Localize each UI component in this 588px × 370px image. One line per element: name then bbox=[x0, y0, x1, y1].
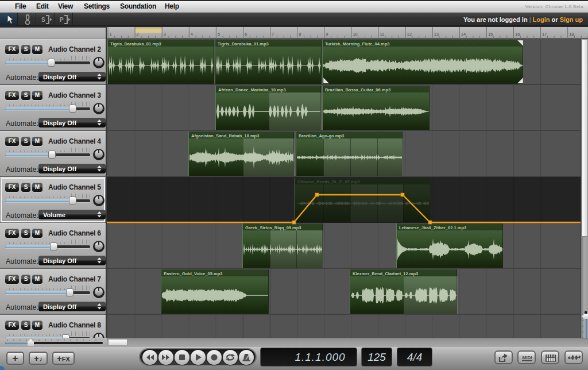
svg-text:17: 17 bbox=[542, 32, 547, 37]
svg-text:13: 13 bbox=[434, 32, 439, 37]
svg-text:1: 1 bbox=[110, 32, 112, 37]
svg-text:8: 8 bbox=[299, 32, 301, 37]
svg-text:15: 15 bbox=[488, 32, 493, 37]
svg-text:11: 11 bbox=[380, 32, 385, 37]
svg-text:5: 5 bbox=[218, 32, 220, 37]
svg-text:MIDI: MIDI bbox=[523, 355, 532, 360]
svg-text:7: 7 bbox=[272, 32, 274, 37]
svg-text:14: 14 bbox=[461, 32, 466, 37]
svg-text:12: 12 bbox=[407, 32, 412, 37]
svg-text:6: 6 bbox=[245, 32, 247, 37]
svg-text:3: 3 bbox=[164, 32, 166, 37]
svg-text:16: 16 bbox=[515, 32, 520, 37]
svg-text:18: 18 bbox=[569, 32, 574, 37]
svg-text:9: 9 bbox=[326, 32, 328, 37]
svg-text:P: P bbox=[60, 17, 64, 23]
svg-text:2: 2 bbox=[137, 32, 139, 37]
svg-text:4: 4 bbox=[191, 32, 193, 37]
svg-text:10: 10 bbox=[353, 32, 357, 37]
svg-text:S: S bbox=[41, 17, 45, 23]
